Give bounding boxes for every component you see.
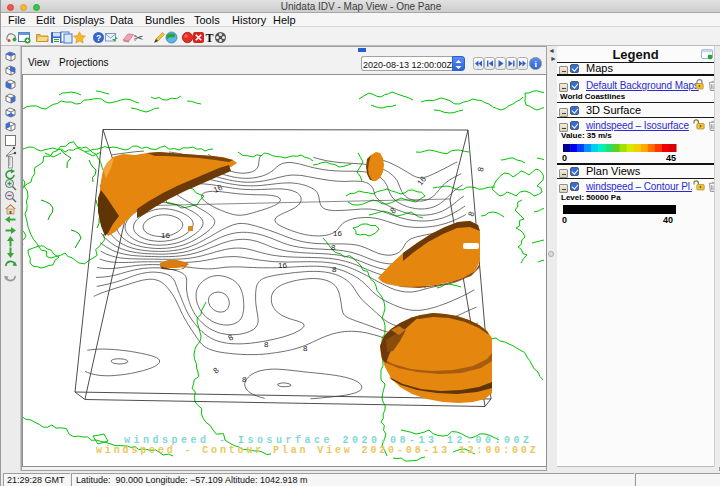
svg-text:8: 8 [332, 265, 337, 274]
svg-text:8: 8 [331, 243, 336, 252]
svg-text:?: ? [96, 33, 101, 43]
svg-text:16: 16 [333, 229, 342, 238]
svg-text:✂: ✂ [133, 31, 143, 44]
svg-text:8: 8 [303, 344, 308, 353]
svg-text:16: 16 [278, 261, 287, 270]
svg-text:16: 16 [161, 231, 170, 240]
svg-text:8: 8 [242, 375, 247, 384]
svg-text:windspeed - Contour Plan View: windspeed - Contour Plan View 2020-08-13… [96, 445, 539, 456]
svg-text:8: 8 [264, 340, 269, 349]
svg-text:T: T [205, 31, 213, 44]
